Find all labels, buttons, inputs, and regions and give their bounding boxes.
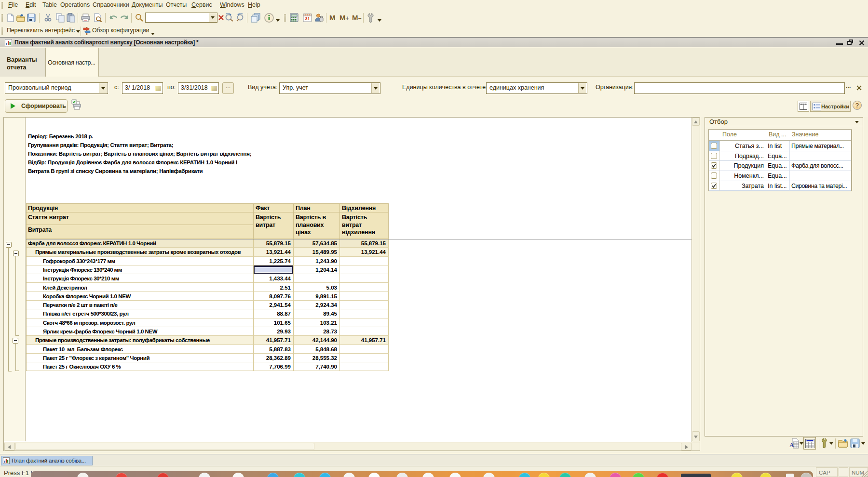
svg-text:31: 31 — [305, 16, 310, 21]
svg-text:A: A — [789, 441, 794, 449]
